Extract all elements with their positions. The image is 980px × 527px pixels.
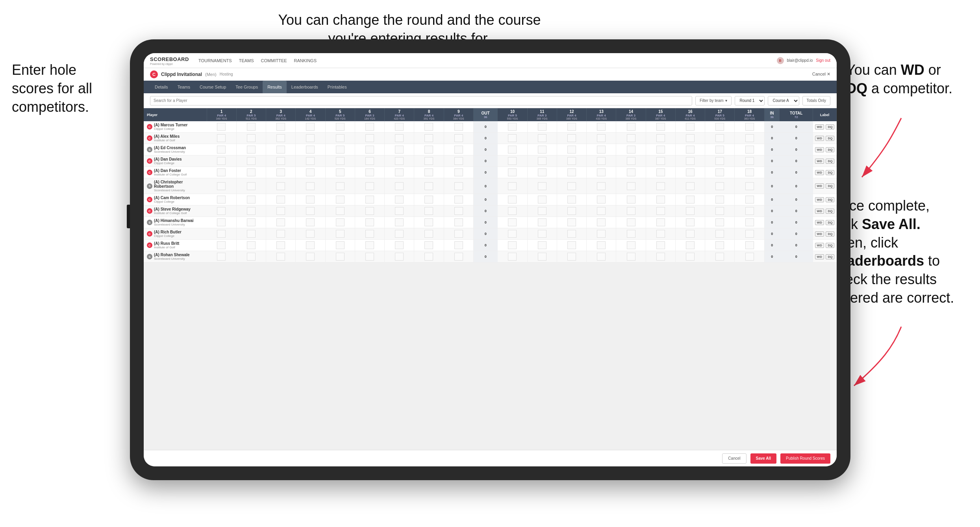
hole-score-input-in[interactable] [597,207,606,215]
hole-score-input-in[interactable] [538,230,547,238]
hole-score-input[interactable] [276,207,285,215]
cancel-footer-button[interactable]: Cancel [722,453,746,464]
hole-score-input[interactable] [454,134,463,142]
hole-score-input[interactable] [306,134,315,142]
hole-score-input-in[interactable] [656,241,665,249]
hole-score-input-in[interactable] [656,123,665,131]
hole-score-input-in[interactable] [656,146,665,153]
hole-score-input[interactable] [247,146,256,153]
hole-score-input-in[interactable] [597,146,606,153]
hole-score-input-in[interactable] [686,146,695,153]
hole-score-input[interactable] [336,123,345,131]
course-select[interactable]: Course A [768,96,799,105]
hole-score-input-in[interactable] [508,182,517,190]
hole-score-input-in[interactable] [567,134,576,142]
hole-score-input[interactable] [336,207,345,215]
hole-score-input-in[interactable] [715,134,724,142]
hole-score-input[interactable] [217,253,226,261]
hole-score-input[interactable] [306,123,315,131]
hole-score-input-in[interactable] [715,241,724,249]
hole-score-input-in[interactable] [745,168,754,176]
hole-score-input-in[interactable] [597,196,606,203]
hole-score-input-in[interactable] [715,196,724,203]
nav-tournaments[interactable]: TOURNAMENTS [198,57,232,64]
hole-score-input[interactable] [217,134,226,142]
hole-score-input-in[interactable] [627,230,635,238]
hole-score-input-in[interactable] [597,218,606,226]
tab-printables[interactable]: Printables [323,81,352,93]
dq-button[interactable]: DQ [826,243,834,248]
hole-score-input[interactable] [306,168,315,176]
hole-score-input-in[interactable] [745,196,754,203]
wd-button[interactable]: WD [815,136,824,141]
hole-score-input-in[interactable] [627,157,635,165]
hole-score-input[interactable] [217,157,226,165]
hole-score-input[interactable] [336,253,345,261]
hole-score-input[interactable] [336,134,345,142]
wd-button[interactable]: WD [815,159,824,164]
hole-score-input-in[interactable] [715,218,724,226]
hole-score-input-in[interactable] [597,123,606,131]
hole-score-input-in[interactable] [745,157,754,165]
hole-score-input-in[interactable] [538,207,547,215]
hole-score-input-in[interactable] [567,146,576,153]
hole-score-input-in[interactable] [597,157,606,165]
hole-score-input-in[interactable] [627,207,635,215]
hole-score-input[interactable] [247,230,256,238]
hole-score-input[interactable] [336,146,345,153]
hole-score-input-in[interactable] [597,230,606,238]
hole-score-input[interactable] [306,157,315,165]
hole-score-input[interactable] [276,168,285,176]
hole-score-input-in[interactable] [508,196,517,203]
hole-score-input-in[interactable] [538,146,547,153]
hole-score-input-in[interactable] [686,253,695,261]
hole-score-input-in[interactable] [508,168,517,176]
hole-score-input-in[interactable] [538,196,547,203]
hole-score-input[interactable] [395,123,404,131]
hole-score-input[interactable] [454,182,463,190]
round-select[interactable]: Round 1 [735,96,765,105]
hole-score-input[interactable] [306,230,315,238]
hole-score-input[interactable] [454,168,463,176]
hole-score-input-in[interactable] [567,253,576,261]
hole-score-input[interactable] [247,182,256,190]
hole-score-input[interactable] [276,253,285,261]
hole-score-input[interactable] [454,230,463,238]
hole-score-input[interactable] [424,196,433,203]
filter-by-team-button[interactable]: Filter by team ▾ [695,96,732,105]
wd-button[interactable]: WD [815,243,824,248]
hole-score-input[interactable] [454,241,463,249]
nav-teams[interactable]: TEAMS [239,57,254,64]
hole-score-input[interactable] [336,196,345,203]
hole-score-input[interactable] [424,207,433,215]
tab-teams[interactable]: Teams [173,81,195,93]
hole-score-input[interactable] [365,230,374,238]
hole-score-input[interactable] [247,253,256,261]
hole-score-input[interactable] [336,168,345,176]
hole-score-input[interactable] [276,123,285,131]
hole-score-input-in[interactable] [715,146,724,153]
hole-score-input-in[interactable] [597,241,606,249]
hole-score-input-in[interactable] [567,218,576,226]
hole-score-input-in[interactable] [508,218,517,226]
dq-button[interactable]: DQ [826,147,834,152]
hole-score-input-in[interactable] [538,241,547,249]
dq-button[interactable]: DQ [826,170,834,175]
hole-score-input[interactable] [217,207,226,215]
hole-score-input[interactable] [424,253,433,261]
hole-score-input[interactable] [454,196,463,203]
hole-score-input[interactable] [306,253,315,261]
hole-score-input[interactable] [306,146,315,153]
nav-committee[interactable]: COMMITTEE [261,57,287,64]
nav-rankings[interactable]: RANKINGS [294,57,317,64]
hole-score-input[interactable] [424,123,433,131]
hole-score-input-in[interactable] [567,182,576,190]
hole-score-input[interactable] [306,196,315,203]
hole-score-input[interactable] [306,182,315,190]
hole-score-input[interactable] [336,230,345,238]
hole-score-input[interactable] [276,146,285,153]
hole-score-input-in[interactable] [538,168,547,176]
hole-score-input-in[interactable] [656,207,665,215]
hole-score-input-in[interactable] [715,168,724,176]
hole-score-input[interactable] [247,134,256,142]
